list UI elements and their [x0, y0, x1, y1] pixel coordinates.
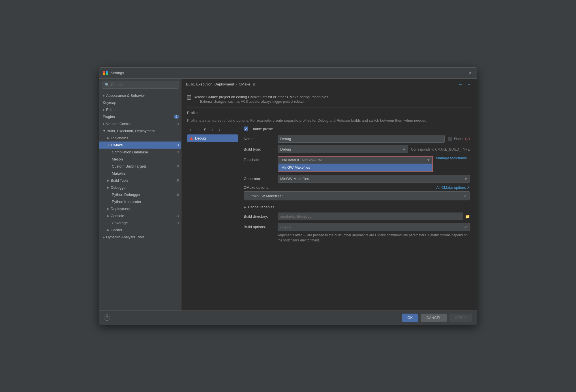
add-profile-button[interactable]: +	[187, 127, 193, 133]
sidebar-item-plugins[interactable]: Plugins 2	[99, 113, 181, 120]
sidebar-item-console[interactable]: ▶ Console ⊟	[99, 212, 181, 219]
sidebar-item-label: Docker	[111, 228, 122, 232]
build-directory-row: Build directory: 📁	[244, 213, 470, 220]
share-wrap: Share ?	[448, 137, 470, 141]
sidebar-item-label: Python Debugger	[112, 192, 140, 197]
sidebar-item-label: Build Tools	[111, 178, 129, 183]
bottom-bar: ? OK CANCEL APPLY	[99, 310, 477, 325]
search-box[interactable]: 🔍	[102, 81, 179, 89]
save-icon: ⊟	[176, 150, 179, 154]
share-checkbox[interactable]	[448, 137, 452, 141]
svg-rect-2	[103, 73, 105, 75]
build-options-input[interactable]	[280, 225, 464, 229]
save-icon: ⊟	[176, 214, 179, 218]
sidebar-item-label: Deployment	[111, 207, 130, 211]
profile-name: Debug	[195, 136, 206, 140]
all-cmake-options-link[interactable]: All CMake options ↗	[436, 185, 470, 190]
apply-button[interactable]: APPLY	[449, 314, 472, 322]
sidebar-item-version-control[interactable]: ▶ Version Control ⊟	[99, 120, 181, 127]
sidebar-item-label: Version Control	[106, 122, 131, 126]
build-type-select-wrapper: Debug Release RelWithDebInfo MinSizeRel …	[278, 145, 408, 153]
browse-button[interactable]: 📁	[465, 214, 470, 219]
build-options-block: ⤢ Arguments after '--' are passed to the…	[278, 223, 470, 243]
enable-profile-checkbox[interactable]	[244, 127, 248, 131]
copy-profile-button[interactable]: ⎘	[202, 127, 208, 133]
cancel-button[interactable]: CANCEL	[421, 314, 447, 322]
help-button[interactable]: ?	[104, 314, 110, 321]
chevron-right-icon: ▶	[103, 235, 105, 239]
main-scroll-area: Reload CMake project on editing CMakeLis…	[181, 90, 477, 310]
sidebar-item-meson[interactable]: Meson	[99, 156, 181, 163]
main-content: Build, Execution, Deployment › CMake ⊟ ←…	[181, 79, 477, 310]
expand-build-options-button[interactable]: ⤢	[464, 225, 467, 229]
app-icon	[103, 70, 108, 76]
add-cmake-option-button[interactable]: +	[458, 193, 462, 199]
toolchain-dropdown[interactable]: Use default MinGW-ARM ▼ MinGW Makefiles	[278, 156, 433, 172]
plugins-badge: 2	[174, 115, 179, 119]
nav-forward-button[interactable]: →	[466, 82, 472, 87]
sidebar-item-debugger[interactable]: ▶ Debugger	[99, 184, 181, 191]
manage-toolchains-link[interactable]: Manage toolchains...	[436, 156, 470, 160]
generator-select[interactable]: MinGW Makefiles Unix Makefiles Ninja	[278, 175, 470, 183]
cmake-options-input[interactable]	[246, 194, 458, 198]
share-label: Share	[454, 137, 464, 141]
reload-checkbox[interactable]	[187, 95, 191, 100]
toolchain-selected-row[interactable]: Use default MinGW-ARM ▼	[278, 157, 432, 164]
build-type-hint: Corresponds to CMAKE_BUILD_TYPE	[411, 147, 470, 151]
close-button[interactable]: ×	[467, 70, 473, 76]
cache-variables-row[interactable]: ▶ Cache variables	[244, 203, 470, 211]
sidebar-item-label: Compilation Database	[112, 150, 148, 154]
name-field-label: Name:	[244, 137, 278, 141]
generator-row: Generator: MinGW Makefiles Unix Makefile…	[244, 175, 470, 183]
cmake-options-input-row: + ⤢	[244, 191, 470, 200]
sidebar-item-label: Python Interpreter	[112, 200, 141, 204]
sidebar-item-appearance[interactable]: ▶ Appearance & Behavior	[99, 92, 181, 99]
sidebar-item-deployment[interactable]: ▶ Deployment	[99, 205, 181, 212]
chevron-right-icon: ▶	[103, 94, 105, 97]
ok-button[interactable]: OK	[402, 314, 419, 322]
sidebar-item-docker[interactable]: ▶ Docker	[99, 226, 181, 234]
enable-profile-label: Enable profile	[250, 127, 273, 131]
share-help-icon[interactable]: ?	[465, 137, 470, 141]
sidebar-item-dynamic-analysis[interactable]: ▶ Dynamic Analysis Tools	[99, 234, 181, 241]
sidebar-item-makefile[interactable]: Makefile	[99, 170, 181, 177]
sidebar-item-build-tools[interactable]: ▶ Build Tools ⊟	[99, 177, 181, 184]
sidebar-item-compilation-db[interactable]: Compilation Database ⊟	[99, 149, 181, 156]
sidebar-item-custom-build-targets[interactable]: Custom Build Targets ⊟	[99, 163, 181, 170]
sidebar-item-label: Dynamic Analysis Tools	[106, 235, 145, 239]
reload-section: Reload CMake project on editing CMakeLis…	[187, 95, 471, 104]
profile-details-panel: Enable profile Name: Share ?	[243, 127, 471, 246]
build-options-description: Arguments after '--' are passed to the b…	[278, 233, 470, 243]
content-area: 🔍 ▶ Appearance & Behavior Keymap ▶ Edito…	[99, 79, 477, 310]
name-field[interactable]	[278, 135, 445, 143]
expand-cmake-options-button[interactable]: ⤢	[463, 193, 467, 199]
sidebar: 🔍 ▶ Appearance & Behavior Keymap ▶ Edito…	[99, 79, 181, 310]
build-directory-label: Build directory:	[244, 214, 278, 219]
sidebar-item-coverage[interactable]: Coverage ⊟	[99, 219, 181, 226]
sidebar-item-build-exec-deploy[interactable]: ▼ Build, Execution, Deployment	[99, 127, 181, 134]
breadcrumb-parent[interactable]: Build, Execution, Deployment	[186, 82, 234, 86]
nav-back-button[interactable]: ←	[457, 82, 464, 87]
toolchain-option-mingw[interactable]: MinGW Makefiles	[279, 164, 432, 171]
save-icon: ⊟	[176, 122, 179, 126]
chevron-down-icon: ▼	[107, 143, 110, 147]
sidebar-item-label: Keymap	[103, 100, 116, 105]
profile-item-debug[interactable]: Debug	[187, 134, 238, 142]
remove-profile-button[interactable]: −	[194, 127, 201, 133]
sidebar-item-toolchains[interactable]: ▶ Toolchains	[99, 134, 181, 142]
search-input[interactable]	[111, 83, 176, 87]
search-icon: 🔍	[105, 83, 109, 87]
build-type-select[interactable]: Debug Release RelWithDebInfo MinSizeRel	[278, 145, 408, 153]
sidebar-item-cmake[interactable]: ▼ CMake ⊟	[99, 142, 181, 149]
sidebar-item-label: CMake	[111, 143, 123, 147]
sidebar-item-keymap[interactable]: Keymap	[99, 99, 181, 106]
profiles-list-panel: + − ⎘ ↑ ↓ Debug	[187, 127, 238, 246]
breadcrumb-separator: ›	[236, 82, 237, 86]
sidebar-item-python-debugger[interactable]: Python Debugger ⊟	[99, 191, 181, 198]
move-profile-up-button[interactable]: ↑	[209, 127, 215, 133]
sidebar-item-python-interpreter[interactable]: Python Interpreter	[99, 198, 181, 205]
build-directory-input[interactable]	[278, 213, 463, 220]
sidebar-item-editor[interactable]: ▶ Editor	[99, 106, 181, 113]
cmake-options-label: CMake options:	[244, 185, 269, 190]
move-profile-down-button[interactable]: ↓	[217, 127, 223, 133]
